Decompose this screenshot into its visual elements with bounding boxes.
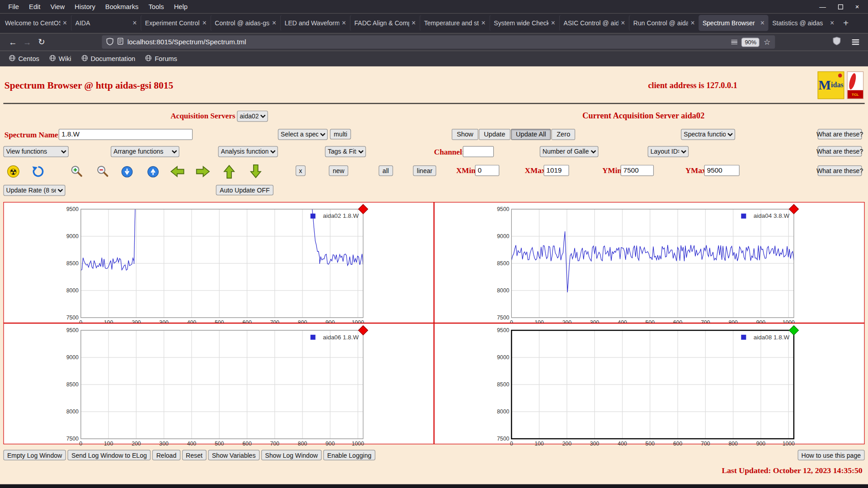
reload-button[interactable]: ↻ — [34, 37, 49, 47]
refresh-icon[interactable] — [30, 164, 46, 179]
spectrum-chart[interactable]: 0100200300400500600700800900100075008000… — [483, 326, 798, 446]
footer-button-2[interactable]: Send Log Window to ELog — [67, 450, 151, 460]
zoom-out-icon[interactable] — [95, 164, 111, 179]
menu-history[interactable]: History — [70, 1, 100, 12]
tab-close-icon[interactable]: × — [551, 19, 555, 27]
spectrum-panel-aida02[interactable]: 0100200300400500600700800900100075008000… — [3, 202, 434, 323]
close-button[interactable]: × — [855, 3, 859, 10]
menu-bookmarks[interactable]: Bookmarks — [100, 1, 144, 12]
reader-mode-icon[interactable] — [731, 39, 737, 46]
app-menu-icon[interactable] — [852, 38, 859, 47]
page-info-icon[interactable] — [118, 38, 123, 47]
zoom-level-badge[interactable]: 90% — [741, 38, 760, 47]
tab-8[interactable]: System wide Checks× — [489, 15, 559, 31]
bookmark-centos[interactable]: Centos — [5, 53, 44, 65]
spectrum-chart[interactable]: 0100200300400500600700800900100075008000… — [52, 326, 368, 446]
tab-close-icon[interactable]: × — [202, 19, 206, 27]
radiation-icon[interactable]: ☢ — [5, 164, 21, 179]
forward-button[interactable]: → — [20, 38, 34, 47]
tab-close-icon[interactable]: × — [63, 19, 67, 27]
tab-6[interactable]: FADC Align & Comp× — [350, 15, 420, 31]
auto-update-button[interactable]: Auto Update OFF — [216, 185, 274, 195]
layout-id-dropdown[interactable]: Layout ID=8 — [648, 146, 689, 157]
what-are-these-button-2[interactable]: What are these? — [818, 146, 862, 156]
new-tab-button[interactable]: + — [838, 15, 854, 31]
spectra-functions-dropdown[interactable]: Spectra functions — [681, 129, 735, 140]
channel-input[interactable] — [463, 146, 494, 157]
zoom-in-icon[interactable] — [69, 164, 85, 179]
what-are-these-button-1[interactable]: What are these? — [818, 129, 862, 139]
arrange-functions-dropdown[interactable]: Arrange functions — [111, 146, 179, 157]
blue-up-arrow-icon[interactable] — [145, 164, 160, 179]
acquisition-server-dropdown[interactable]: aida02 — [237, 111, 268, 122]
ymax-input[interactable] — [704, 165, 740, 176]
tab-10[interactable]: Run Control @ aida× — [629, 15, 698, 31]
tab-close-icon[interactable]: × — [342, 19, 346, 27]
footer-button-4[interactable]: Reset — [182, 450, 207, 460]
zero-button[interactable]: Zero — [552, 129, 575, 140]
menu-tools[interactable]: Tools — [143, 1, 169, 12]
bookmark-documentation[interactable]: Documentation — [77, 53, 140, 65]
spectrum-name-input[interactable] — [59, 129, 193, 140]
green-right-arrow-icon[interactable] — [195, 164, 211, 179]
tracking-shield-icon[interactable] — [106, 38, 113, 47]
menu-file[interactable]: File — [3, 1, 24, 12]
tab-7[interactable]: Temperature and st× — [420, 15, 489, 31]
tcl-powered-logo[interactable]: TCL — [847, 71, 863, 99]
footer-button-3[interactable]: Reload — [152, 450, 180, 460]
blue-down-arrow-icon[interactable] — [119, 164, 134, 179]
tab-close-icon[interactable]: × — [690, 19, 694, 27]
how-to-use-button[interactable]: How to use this page — [797, 450, 865, 460]
update-button[interactable]: Update — [479, 129, 510, 140]
footer-button-7[interactable]: Enable Logging — [323, 450, 375, 460]
tab-close-icon[interactable]: × — [830, 19, 834, 27]
spectrum-chart[interactable]: 0100200300400500600700800900100075008000… — [483, 205, 798, 325]
minimize-button[interactable]: — — [819, 3, 826, 10]
xmax-input[interactable] — [543, 165, 569, 176]
bookmark-forums[interactable]: Forums — [141, 53, 182, 65]
tab-close-icon[interactable]: × — [760, 19, 764, 27]
url-text[interactable]: localhost:8015/Spectrum/Spectrum.tml — [127, 38, 728, 46]
tab-12[interactable]: Statistics @ aidas× — [769, 15, 838, 31]
spectrum-panel-aida04[interactable]: 0100200300400500600700800900100075008000… — [434, 202, 865, 323]
spectrum-panel-aida06[interactable]: 0100200300400500600700800900100075008000… — [3, 323, 434, 444]
number-of-galleries-dropdown[interactable]: Number of Galleries — [540, 146, 599, 157]
tab-3[interactable]: Experiment Control× — [141, 15, 210, 31]
footer-button-6[interactable]: Show Log Window — [261, 450, 322, 460]
extension-shield-icon[interactable] — [833, 37, 841, 47]
tab-2[interactable]: AIDA× — [71, 15, 141, 31]
bookmark-star-icon[interactable]: ☆ — [764, 38, 770, 47]
tab-close-icon[interactable]: × — [272, 19, 276, 27]
tab-close-icon[interactable]: × — [411, 19, 415, 27]
new-button[interactable]: new — [329, 165, 348, 176]
menu-edit[interactable]: Edit — [24, 1, 45, 12]
tab-1[interactable]: Welcome to CentOS× — [1, 15, 71, 31]
url-bar[interactable]: localhost:8015/Spectrum/Spectrum.tml 90%… — [102, 35, 775, 48]
tab-11-active[interactable]: Spectrum Browser× — [698, 15, 768, 31]
update-rate-dropdown[interactable]: Update Rate (8 secs) — [3, 185, 65, 196]
tab-close-icon[interactable]: × — [132, 19, 137, 27]
ymin-input[interactable] — [621, 165, 654, 176]
spectrum-chart[interactable]: 0100200300400500600700800900100075008000… — [52, 205, 368, 325]
footer-button-1[interactable]: Empty Log Window — [3, 450, 66, 460]
bookmark-wiki[interactable]: Wiki — [45, 53, 75, 65]
xmin-input[interactable] — [475, 165, 500, 176]
multi-button[interactable]: multi — [330, 129, 351, 139]
tab-5[interactable]: LED and Waveform× — [280, 15, 350, 31]
x-button[interactable]: x — [296, 165, 306, 176]
footer-button-5[interactable]: Show Variables — [208, 450, 259, 460]
analysis-functions-dropdown[interactable]: Analysis functions — [218, 146, 278, 157]
tab-close-icon[interactable]: × — [481, 19, 486, 27]
tab-4[interactable]: Control @ aidas-gsi× — [210, 15, 280, 31]
midas-logo[interactable]: Midas — [818, 71, 844, 99]
what-are-these-button-3[interactable]: What are these? — [818, 165, 862, 176]
spectrum-panel-aida08[interactable]: 0100200300400500600700800900100075008000… — [434, 323, 865, 444]
maximize-button[interactable] — [838, 4, 843, 9]
green-down-arrow-icon[interactable] — [248, 164, 264, 179]
update-all-button[interactable]: Update All — [511, 129, 551, 140]
green-up-arrow-icon[interactable] — [222, 164, 237, 179]
tags-fits-dropdown[interactable]: Tags & Fits — [325, 146, 366, 157]
all-button[interactable]: all — [379, 165, 393, 176]
linear-button[interactable]: linear — [413, 165, 436, 176]
menu-view[interactable]: View — [45, 1, 70, 12]
